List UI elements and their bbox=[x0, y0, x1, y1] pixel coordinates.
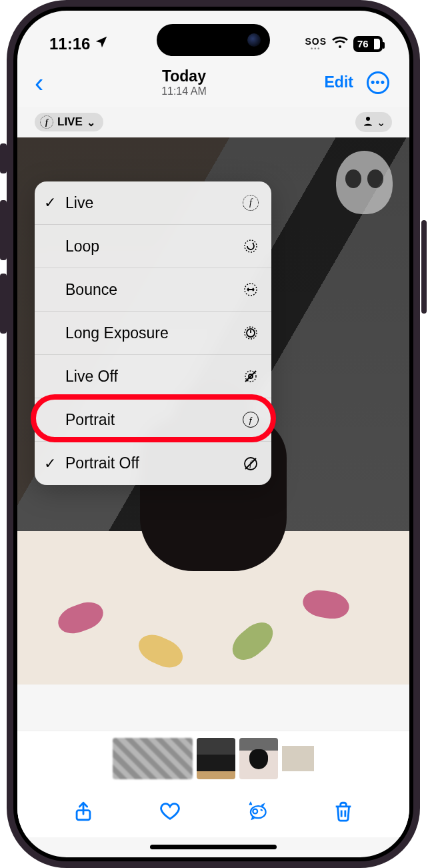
photo-decor-skull bbox=[336, 151, 393, 214]
menu-label: Live Off bbox=[65, 368, 242, 386]
delete-button[interactable] bbox=[332, 800, 355, 823]
edit-button[interactable]: Edit bbox=[325, 73, 353, 91]
location-icon bbox=[94, 35, 109, 53]
portrait-off-icon: f bbox=[242, 455, 259, 472]
bottom-toolbar bbox=[17, 785, 409, 837]
check-icon: ✓ bbox=[44, 455, 65, 472]
thumbnail[interactable] bbox=[282, 738, 314, 779]
menu-label: Portrait bbox=[65, 411, 242, 429]
loop-icon bbox=[242, 238, 259, 255]
battery-level: 76 bbox=[357, 38, 369, 49]
thumbnail[interactable] bbox=[197, 738, 235, 779]
dynamic-island bbox=[157, 24, 270, 56]
menu-item-portrait-off[interactable]: ✓ Portrait Off f bbox=[35, 442, 271, 485]
people-badge[interactable]: ⌄ bbox=[355, 112, 392, 132]
svg-point-1 bbox=[245, 240, 257, 252]
menu-label: Loop bbox=[65, 238, 242, 256]
status-right: SOS ••• 76 bbox=[305, 36, 383, 53]
aperture-dotted-icon: f bbox=[242, 194, 259, 211]
thumbnail[interactable] bbox=[113, 738, 193, 779]
timer-icon bbox=[242, 324, 259, 342]
live-photo-menu: ✓ Live f Loop Bounce Long Exposur bbox=[35, 181, 271, 485]
sos-label: SOS bbox=[305, 37, 327, 46]
side-button-volume-up bbox=[0, 200, 7, 260]
side-button-silence bbox=[0, 143, 7, 173]
screen: 11:16 SOS ••• 76 ‹ bbox=[17, 11, 409, 857]
svg-point-13 bbox=[253, 809, 257, 814]
menu-item-long-exposure[interactable]: Long Exposure bbox=[35, 312, 271, 355]
menu-label: Long Exposure bbox=[65, 324, 242, 342]
nav-title: Today bbox=[161, 67, 207, 85]
menu-item-live[interactable]: ✓ Live f bbox=[35, 181, 271, 225]
bounce-icon bbox=[242, 281, 259, 298]
check-icon: ✓ bbox=[44, 194, 65, 211]
aperture-icon: f bbox=[40, 115, 53, 129]
share-button[interactable] bbox=[72, 800, 95, 823]
menu-item-portrait[interactable]: Portrait ƒ bbox=[35, 398, 271, 442]
menu-item-loop[interactable]: Loop bbox=[35, 225, 271, 268]
sos-dots: ••• bbox=[311, 46, 321, 52]
more-button[interactable]: ••• bbox=[367, 71, 389, 94]
svg-line-7 bbox=[245, 371, 256, 382]
back-button[interactable]: ‹ bbox=[35, 69, 43, 96]
chevron-down-icon: ⌄ bbox=[87, 116, 95, 129]
live-badge-label: LIVE bbox=[57, 115, 83, 129]
aperture-icon: ƒ bbox=[242, 411, 259, 428]
live-badge-dropdown[interactable]: f LIVE ⌄ bbox=[35, 113, 103, 131]
chevron-down-icon: ⌄ bbox=[377, 116, 385, 129]
favorite-button[interactable] bbox=[159, 800, 181, 823]
thumbnail-current[interactable] bbox=[239, 738, 278, 779]
side-button-volume-down bbox=[0, 274, 7, 334]
battery-icon: 76 bbox=[353, 36, 383, 52]
side-button-power bbox=[421, 220, 427, 314]
wifi-icon bbox=[332, 36, 348, 53]
svg-point-0 bbox=[366, 117, 370, 121]
menu-label: Live bbox=[65, 194, 242, 212]
menu-item-live-off[interactable]: Live Off bbox=[35, 355, 271, 398]
nav-subtitle: 11:14 AM bbox=[161, 85, 207, 97]
person-icon bbox=[362, 115, 374, 129]
menu-label: Bounce bbox=[65, 281, 242, 299]
thumbnail-strip[interactable] bbox=[17, 731, 409, 785]
menu-label: Portrait Off bbox=[65, 454, 242, 472]
sos-indicator: SOS ••• bbox=[305, 37, 327, 52]
status-time: 11:16 bbox=[49, 35, 90, 53]
live-off-icon bbox=[242, 368, 259, 385]
phone-frame: 11:16 SOS ••• 76 ‹ bbox=[7, 0, 420, 868]
status-left: 11:16 bbox=[49, 35, 109, 53]
home-indicator[interactable] bbox=[150, 845, 277, 849]
nav-bar: ‹ Today 11:14 AM Edit ••• bbox=[17, 61, 409, 107]
nav-title-group: Today 11:14 AM bbox=[161, 67, 207, 97]
badge-row: f LIVE ⌄ ⌄ bbox=[17, 107, 409, 137]
subject-lookup-button[interactable] bbox=[245, 800, 268, 823]
menu-item-bounce[interactable]: Bounce bbox=[35, 268, 271, 312]
